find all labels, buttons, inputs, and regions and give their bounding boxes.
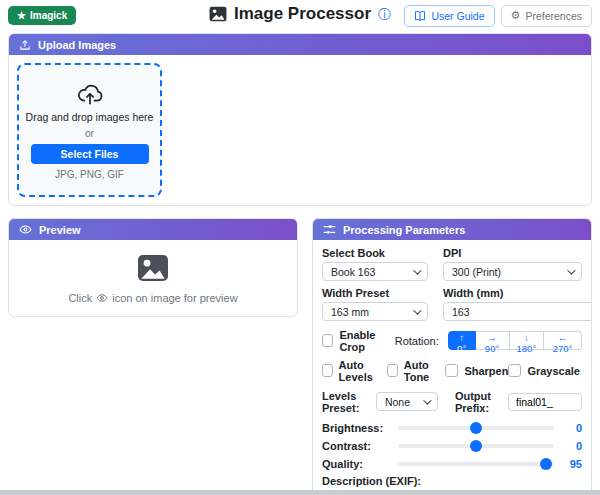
user-guide-button[interactable]: User Guide [404, 5, 494, 27]
preview-section-header: Preview [9, 219, 297, 240]
star-icon: ★ [17, 10, 26, 21]
grayscale-checkbox[interactable] [508, 364, 521, 377]
preview-section-title: Preview [39, 224, 81, 236]
bottom-row: Preview Click [8, 218, 592, 495]
preview-section: Preview Click [8, 218, 298, 317]
upload-section: Upload Images Drag and drop images here … [8, 33, 592, 206]
rotation-270-button[interactable]: ← 270° [544, 331, 582, 350]
sharpen-label: Sharpen [464, 365, 508, 377]
chevron-down-icon [567, 266, 575, 274]
select-book-label: Select Book [322, 247, 428, 259]
sharpen-option[interactable]: Sharpen [445, 359, 508, 383]
width-preset-label: Width Preset [322, 287, 428, 299]
rotation-0-button[interactable]: ↑ 0° [448, 331, 476, 350]
horizontal-scrollbar[interactable] [0, 490, 600, 495]
width-input[interactable] [443, 302, 592, 321]
sharpen-checkbox[interactable] [445, 364, 458, 377]
rotation-button-group: ↑ 0° → 90° ↓ 180° ← 270° [448, 331, 582, 350]
select-book-dropdown[interactable]: Book 163 [322, 262, 428, 281]
description-exif-label: Description (EXIF): [322, 475, 582, 487]
auto-levels-label: Auto Levels [339, 359, 388, 383]
contrast-slider-thumb[interactable] [470, 440, 482, 452]
top-header: ★ Imagick Image Processor ⓘ [0, 0, 600, 31]
image-icon [209, 5, 227, 23]
sliders-icon [323, 223, 336, 236]
eye-icon [19, 223, 32, 236]
quality-slider-thumb[interactable] [540, 458, 552, 470]
auto-levels-option[interactable]: Auto Levels [322, 359, 387, 383]
select-files-button[interactable]: Select Files [31, 144, 149, 164]
quality-slider[interactable] [398, 462, 554, 466]
auto-tone-checkbox[interactable] [387, 364, 398, 377]
brightness-label: Brightness: [322, 422, 398, 434]
upload-body: Drag and drop images here or Select File… [9, 55, 591, 205]
preview-empty-text-after: icon on image for preview [112, 292, 237, 304]
processing-parameters-section: Processing Parameters Select Book Book 1… [312, 218, 592, 495]
contrast-value: 0 [554, 440, 582, 452]
dpi-label: DPI [443, 247, 582, 259]
app-window: ★ Imagick Image Processor ⓘ [0, 0, 600, 495]
preferences-button[interactable]: ⚙ Preferences [501, 5, 593, 27]
accepted-formats: JPG, PNG, GIF [55, 169, 124, 180]
preview-empty-text: Click icon on image for preview [68, 292, 237, 304]
width-preset-value: 163 mm [331, 306, 369, 318]
levels-preset-value: None [385, 396, 410, 408]
auto-tone-option[interactable]: Auto Tone [387, 359, 445, 383]
rotation-90-button[interactable]: → 90° [476, 331, 510, 350]
quality-value: 95 [554, 458, 582, 470]
enable-crop-option[interactable]: Enable Crop [322, 329, 395, 353]
chevron-down-icon [423, 396, 431, 404]
enable-crop-label: Enable Crop [339, 329, 394, 353]
chevron-down-icon [413, 266, 421, 274]
preferences-label: Preferences [525, 10, 582, 22]
levels-preset-dropdown[interactable]: None [376, 392, 438, 411]
width-preset-dropdown[interactable]: 163 mm [322, 302, 428, 321]
preview-empty-text-before: Click [68, 292, 92, 304]
cloud-upload-icon [76, 80, 104, 106]
book-icon [414, 10, 426, 22]
upload-icon [19, 39, 31, 51]
output-prefix-label: Output Prefix: [455, 390, 501, 414]
image-placeholder-icon [136, 252, 170, 284]
processing-parameters-title: Processing Parameters [343, 224, 465, 236]
imagick-badge-label: Imagick [30, 10, 67, 21]
contrast-slider[interactable] [398, 444, 554, 448]
dpi-dropdown[interactable]: 300 (Print) [443, 262, 582, 281]
eye-inline-icon [96, 292, 108, 304]
output-prefix-input[interactable] [508, 393, 582, 411]
grayscale-option[interactable]: Grayscale [508, 359, 580, 383]
parameters-form: Select Book Book 163 DPI 300 (Print) [313, 240, 591, 495]
page-title: Image Processor [234, 4, 371, 24]
dpi-value: 300 (Print) [452, 266, 501, 278]
or-text: or [85, 128, 94, 139]
gear-icon: ⚙ [511, 10, 521, 21]
select-book-value: Book 163 [331, 266, 375, 278]
auto-tone-label: Auto Tone [404, 359, 446, 383]
dropzone[interactable]: Drag and drop images here or Select File… [17, 63, 162, 197]
top-actions: User Guide ⚙ Preferences [404, 5, 592, 27]
brightness-value: 0 [554, 422, 582, 434]
auto-levels-checkbox[interactable] [322, 364, 333, 377]
preview-body: Click icon on image for preview [9, 240, 297, 316]
drop-instruction: Drag and drop images here [26, 111, 154, 123]
rotation-180-button[interactable]: ↓ 180° [510, 331, 545, 350]
rotation-label: Rotation: [395, 335, 439, 347]
enable-crop-checkbox[interactable] [322, 334, 333, 347]
upload-section-header: Upload Images [9, 34, 591, 55]
quality-label: Quality: [322, 458, 398, 470]
width-mm-label: Width (mm) [443, 287, 592, 299]
info-icon[interactable]: ⓘ [378, 8, 391, 21]
processing-parameters-header: Processing Parameters [313, 219, 591, 240]
brightness-slider-thumb[interactable] [470, 422, 482, 434]
user-guide-label: User Guide [431, 10, 484, 22]
imagick-badge[interactable]: ★ Imagick [8, 6, 76, 25]
contrast-label: Contrast: [322, 440, 398, 452]
upload-section-title: Upload Images [38, 39, 116, 51]
grayscale-label: Grayscale [527, 365, 580, 377]
brightness-slider[interactable] [398, 426, 554, 430]
chevron-down-icon [413, 306, 421, 314]
levels-preset-label: Levels Preset: [322, 390, 369, 414]
